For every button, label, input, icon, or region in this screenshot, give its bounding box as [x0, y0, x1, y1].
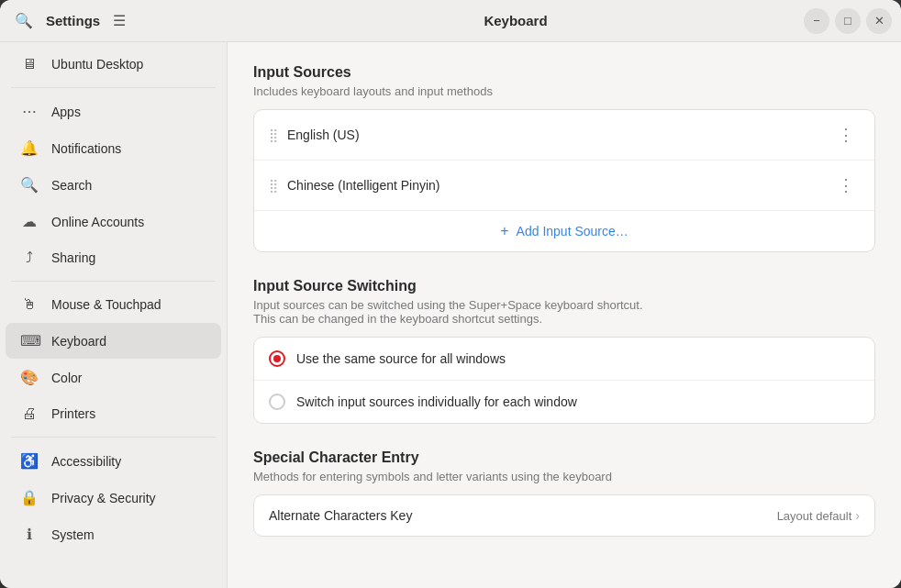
accessibility-icon: ♿ [20, 452, 39, 470]
privacy-icon: 🔒 [20, 489, 39, 506]
titlebar-left: 🔍 Settings ☰ [0, 8, 228, 33]
sidebar-divider-2 [11, 281, 216, 282]
sidebar-label: Privacy & Security [51, 491, 156, 505]
sharing-icon: ⤴ [20, 250, 39, 266]
sidebar-label: Color [51, 371, 82, 385]
printers-icon: 🖨 [20, 405, 39, 422]
main-content: Input Sources Includes keyboard layouts … [228, 42, 901, 588]
sidebar-label: Sharing [51, 250, 95, 265]
sidebar-item-keyboard[interactable]: ⌨ Keyboard [6, 323, 221, 359]
sidebar-label: Apps [51, 105, 81, 119]
search-nav-icon: 🔍 [20, 176, 39, 194]
online-accounts-icon: ☁ [20, 213, 39, 230]
radio-same-source[interactable] [269, 350, 285, 367]
special-chars-title: Special Character Entry [253, 449, 875, 466]
chevron-right-icon: › [855, 508, 860, 523]
sidebar-item-privacy-security[interactable]: 🔒 Privacy & Security [6, 480, 221, 516]
radio-row-switch-individually[interactable]: Switch input sources individually for ea… [254, 381, 874, 423]
sidebar-item-system[interactable]: ℹ System [6, 516, 221, 552]
sidebar: 🖥 Ubuntu Desktop ⋯ Apps 🔔 Notifications … [0, 42, 228, 588]
add-input-source-row[interactable]: + Add Input Source… [254, 211, 874, 251]
settings-window: 🔍 Settings ☰ Keyboard − □ ✕ 🖥 Ubuntu Des… [0, 0, 901, 588]
sidebar-divider-1 [11, 87, 216, 88]
keyboard-icon: ⌨ [20, 332, 39, 349]
sidebar-item-accessibility[interactable]: ♿ Accessibility [6, 443, 221, 479]
ubuntu-desktop-icon: 🖥 [20, 56, 39, 72]
maximize-button[interactable]: □ [835, 8, 861, 34]
sidebar-item-mouse-touchpad[interactable]: 🖱 Mouse & Touchpad [6, 287, 221, 322]
special-chars-section: Special Character Entry Methods for ente… [253, 449, 875, 537]
sidebar-label: Printers [51, 406, 95, 421]
sidebar-label: Accessibility [51, 454, 121, 469]
more-button-english[interactable]: ⋮ [832, 123, 860, 147]
more-button-chinese[interactable]: ⋮ [832, 173, 860, 197]
minimize-button[interactable]: − [804, 8, 829, 34]
alt-chars-row[interactable]: Alternate Characters Key Layout default … [254, 495, 874, 536]
input-switching-subtitle: Input sources can be switched using the … [253, 298, 875, 326]
titlebar-controls: − □ ✕ [804, 8, 901, 34]
input-sources-subtitle: Includes keyboard layouts and input meth… [253, 84, 875, 98]
sidebar-label: Search [51, 178, 92, 193]
sidebar-item-sharing[interactable]: ⤴ Sharing [6, 240, 221, 275]
sidebar-item-apps[interactable]: ⋯ Apps [6, 94, 221, 129]
titlebar: 🔍 Settings ☰ Keyboard − □ ✕ [0, 0, 901, 42]
input-source-label-chinese: Chinese (Intelligent Pinyin) [287, 178, 823, 193]
special-chars-card: Alternate Characters Key Layout default … [253, 494, 875, 537]
input-source-row-english: ⣿ English (US) ⋮ [254, 110, 874, 161]
input-sources-title: Input Sources [253, 64, 875, 81]
input-source-row-chinese: ⣿ Chinese (Intelligent Pinyin) ⋮ [254, 161, 874, 211]
input-switching-title: Input Source Switching [253, 278, 875, 294]
notifications-icon: 🔔 [20, 139, 39, 157]
sidebar-item-notifications[interactable]: 🔔 Notifications [6, 130, 221, 166]
sidebar-label: Notifications [51, 141, 121, 156]
radio-row-same-source[interactable]: Use the same source for all windows [254, 338, 874, 381]
radio-label-same-source: Use the same source for all windows [296, 351, 506, 366]
search-icon-button[interactable]: 🔍 [11, 8, 37, 33]
sidebar-label: Online Accounts [51, 215, 144, 229]
sidebar-label: System [51, 527, 95, 542]
input-switching-section: Input Source Switching Input sources can… [253, 278, 875, 424]
color-icon: 🎨 [20, 369, 39, 386]
sidebar-label: Ubuntu Desktop [51, 57, 143, 72]
sidebar-label: Keyboard [51, 334, 106, 349]
alt-chars-value-text: Layout default [777, 509, 852, 523]
sidebar-item-search[interactable]: 🔍 Search [6, 167, 221, 203]
radio-switch-individually[interactable] [269, 394, 285, 410]
close-button[interactable]: ✕ [866, 8, 892, 34]
drag-handle-english[interactable]: ⣿ [269, 128, 278, 142]
mouse-icon: 🖱 [20, 296, 39, 313]
hamburger-button[interactable]: ☰ [109, 8, 129, 33]
radio-label-switch-individually: Switch input sources individually for ea… [296, 394, 577, 409]
input-sources-section: Input Sources Includes keyboard layouts … [253, 64, 875, 252]
window-title: Settings [46, 13, 100, 28]
content-area: 🖥 Ubuntu Desktop ⋯ Apps 🔔 Notifications … [0, 42, 901, 588]
input-sources-card: ⣿ English (US) ⋮ ⣿ Chinese (Intelligent … [253, 109, 875, 252]
sidebar-label: Mouse & Touchpad [51, 297, 161, 312]
sidebar-item-online-accounts[interactable]: ☁ Online Accounts [6, 204, 221, 239]
sidebar-item-ubuntu-desktop[interactable]: 🖥 Ubuntu Desktop [6, 47, 221, 82]
alt-chars-label: Alternate Characters Key [269, 508, 777, 523]
alt-chars-value[interactable]: Layout default › [777, 508, 860, 523]
input-source-label-english: English (US) [287, 128, 823, 142]
system-icon: ℹ [20, 526, 39, 543]
sidebar-divider-3 [11, 437, 216, 438]
panel-title: Keyboard [228, 13, 804, 28]
add-icon: + [500, 223, 508, 239]
input-switching-card: Use the same source for all windows Swit… [253, 337, 875, 424]
apps-icon: ⋯ [20, 103, 39, 120]
add-input-source-label: Add Input Source… [517, 224, 628, 239]
drag-handle-chinese[interactable]: ⣿ [269, 178, 278, 193]
sidebar-item-color[interactable]: 🎨 Color [6, 360, 221, 395]
sidebar-item-printers[interactable]: 🖨 Printers [6, 396, 221, 431]
special-chars-subtitle: Methods for entering symbols and letter … [253, 470, 875, 483]
